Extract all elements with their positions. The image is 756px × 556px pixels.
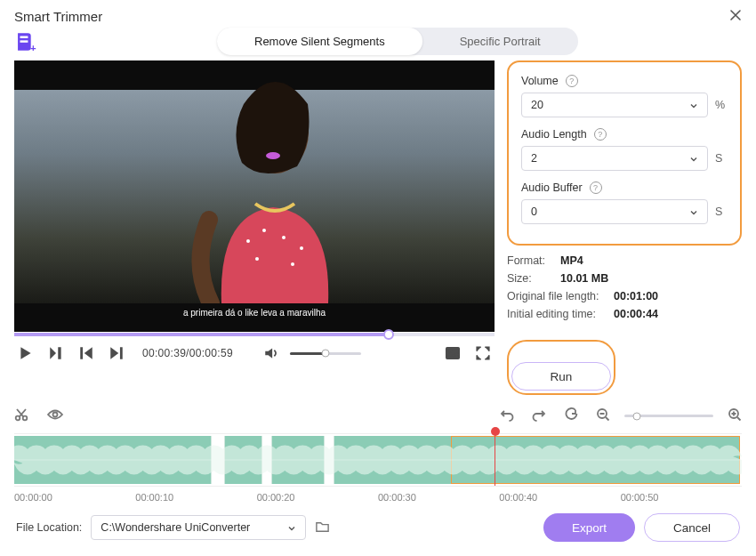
svg-text:+: + [30,43,36,53]
svg-rect-11 [58,347,60,359]
export-button[interactable]: Export [543,513,635,542]
cancel-button[interactable]: Cancel [644,513,740,542]
volume-icon[interactable] [263,345,279,361]
playback-progress[interactable] [14,333,495,336]
meta-initedit-value: 00:00:44 [614,308,658,320]
preview-panel: a primeira dá o like leva a maravilha 00… [14,60,495,395]
redo-icon[interactable] [532,407,546,424]
meta-origlen-value: 00:01:00 [614,290,658,302]
video-preview[interactable]: a primeira dá o like leva a maravilha [14,60,495,332]
zoom-in-icon[interactable] [728,407,742,424]
svg-point-5 [262,229,266,232]
help-icon[interactable]: ? [590,181,602,194]
zoom-slider[interactable] [624,415,713,417]
svg-point-4 [246,239,250,243]
prev-icon[interactable] [78,345,94,361]
audio-buffer-select[interactable]: 0 [521,199,708,224]
svg-point-10 [266,152,280,159]
audio-length-unit: S [715,152,728,165]
fullscreen-icon[interactable] [475,345,491,361]
help-icon[interactable]: ? [566,75,578,87]
audio-length-select[interactable]: 2 [521,146,708,171]
tab-remove-silent[interactable]: Remove Silent Segments [217,28,422,55]
svg-rect-0 [20,36,28,37]
meta-initedit-label: Initial editing time: [507,308,607,320]
volume-label: Volume [521,75,559,87]
play-icon[interactable] [18,345,34,361]
refresh-icon[interactable] [564,407,578,424]
volume-unit: % [715,99,728,111]
close-icon[interactable] [729,9,742,24]
zoom-out-icon[interactable] [596,407,610,424]
svg-point-6 [282,236,286,239]
cut-icon[interactable] [14,407,28,424]
next-icon[interactable] [109,345,125,361]
mode-tabs: Remove Silent Segments Specific Portrait [217,28,578,55]
audio-buffer-unit: S [715,205,728,218]
meta-format-label: Format: [507,254,553,267]
playhead[interactable] [495,431,496,486]
svg-rect-1 [20,40,28,42]
timeline-ruler: 00:00:0000:00:1000:00:2000:00:3000:00:40… [0,487,756,503]
chevron-down-icon [287,523,296,532]
step-forward-icon[interactable] [48,345,64,361]
file-location-select[interactable]: C:\Wondershare UniConverter [91,515,306,540]
volume-slider[interactable] [290,352,361,355]
meta-size-value: 10.01 MB [560,272,608,285]
svg-rect-13 [120,347,123,359]
undo-icon[interactable] [500,407,514,424]
chevron-down-icon [689,154,698,163]
tab-specific-portrait[interactable]: Specific Portrait [422,28,578,55]
volume-select[interactable]: 20 [521,93,708,117]
waveform-track[interactable] [14,433,742,487]
meta-format-value: MP4 [560,254,583,267]
help-icon[interactable]: ? [594,128,607,141]
svg-point-9 [291,262,294,266]
svg-point-7 [300,246,303,250]
run-button[interactable]: Run [511,362,611,391]
settings-panel: Volume? 20 % Audio Length? 2 S Audio Buf… [507,60,742,395]
window-title: Smart Trimmer [14,9,729,24]
meta-size-label: Size: [507,272,553,285]
timecode: 00:00:39/00:00:59 [142,347,233,359]
snapshot-icon[interactable] [445,345,461,361]
svg-point-15 [449,350,452,352]
chevron-down-icon [689,207,698,216]
svg-rect-12 [80,347,83,359]
audio-length-label: Audio Length [521,128,587,141]
file-location-label: File Location: [16,521,82,534]
subtitle-text: a primeira dá o like leva a maravilha [14,308,495,318]
app-logo-icon: + [14,30,37,53]
meta-origlen-label: Original file length: [507,290,607,302]
audio-buffer-label: Audio Buffer [521,181,583,194]
svg-point-8 [255,257,259,261]
folder-icon[interactable] [315,519,330,536]
svg-point-18 [53,413,58,417]
preview-icon[interactable] [46,407,64,424]
chevron-down-icon [689,101,698,109]
